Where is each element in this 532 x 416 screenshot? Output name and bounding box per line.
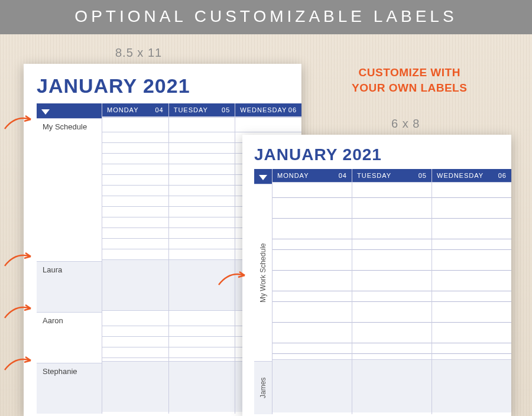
row-label: My Work Schedule [254,184,272,361]
day-column: WEDNESDAY 06 [432,169,511,414]
day-number: 05 [419,172,427,179]
day-column: TUESDAY 05 [352,169,432,414]
size-label-small: 6 x 8 [391,117,420,131]
label-column-large: My Schedule Laura Aaron Stephanie [37,103,102,414]
banner-title: OPTIONAL CUSTOMIZABLE LABELS [0,0,532,34]
cell[interactable] [102,116,168,259]
caret-down-icon [41,109,50,115]
column-header-corner [37,105,102,118]
column-header-corner [254,171,272,184]
day-header: MONDAY 04 [273,169,352,182]
day-column: TUESDAY 05 [168,103,235,414]
planner-small: JANUARY 2021 My Work Schedule James MOND… [242,135,511,416]
callout-line2: YOUR OWN LABELS [352,82,467,94]
day-number: 04 [155,106,163,113]
row-label: My Schedule [37,118,102,261]
size-label-large: 8.5 x 11 [115,46,162,60]
row-label-text[interactable]: Stephanie [37,363,102,376]
day-number: 04 [339,172,347,179]
callout-line1: CUSTOMIZE WITH [359,66,460,79]
month-title-large: JANUARY 2021 [37,74,301,98]
day-column: MONDAY 04 [272,169,352,414]
day-number: 06 [288,106,297,113]
caret-down-icon [259,175,267,180]
day-columns-small: MONDAY 04 TUESDAY 05 WEDNESDAY 06 [272,169,511,414]
cell[interactable] [352,182,432,359]
day-name: WEDNESDAY [437,172,484,179]
cell[interactable] [169,361,235,412]
day-header: TUESDAY 05 [352,169,432,182]
row-label-text[interactable]: James [254,362,272,414]
day-name: MONDAY [277,172,309,179]
cell[interactable] [169,116,235,259]
cell[interactable] [432,359,511,412]
callout-text: CUSTOMIZE WITH YOUR OWN LABELS [352,65,467,95]
cell[interactable] [432,182,511,359]
day-header: TUESDAY 05 [169,103,235,116]
row-label: Laura [37,261,102,312]
day-number: 06 [498,172,507,179]
day-number: 05 [222,106,230,113]
row-label-text[interactable]: My Schedule [37,119,102,131]
row-label-text[interactable]: Laura [37,262,102,274]
month-title-small: JANUARY 2021 [254,145,511,164]
cell[interactable] [102,361,168,412]
cell[interactable] [102,259,168,310]
row-label: James [254,361,272,414]
cell[interactable] [169,259,235,310]
label-column-small: My Work Schedule James [254,169,272,414]
row-label-text[interactable]: My Work Schedule [254,184,272,361]
day-name: WEDNESDAY [240,106,287,113]
cell[interactable] [273,359,352,412]
day-header: WEDNESDAY 06 [235,103,301,116]
cell[interactable] [169,310,235,361]
cell[interactable] [352,359,432,412]
cell[interactable] [102,310,168,361]
day-header: WEDNESDAY 06 [432,169,511,182]
day-header: MONDAY 04 [102,103,168,116]
day-name: TUESDAY [357,172,391,179]
row-label: Aaron [37,312,102,363]
day-name: TUESDAY [174,106,208,113]
row-label-text[interactable]: Aaron [37,313,102,325]
row-label: Stephanie [37,363,102,414]
cell[interactable] [273,182,352,359]
day-name: MONDAY [107,106,138,113]
day-column: MONDAY 04 [102,103,168,414]
